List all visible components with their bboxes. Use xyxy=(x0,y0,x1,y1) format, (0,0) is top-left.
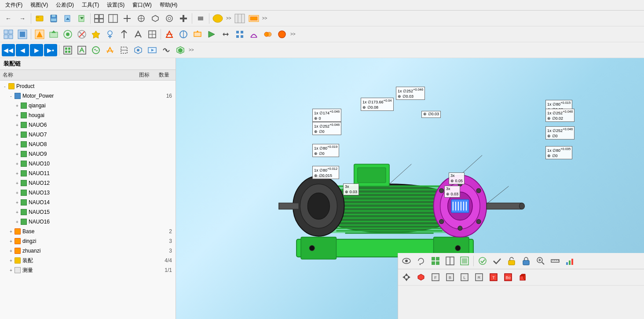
tb2-4[interactable] xyxy=(47,28,60,40)
play-prev[interactable]: ◀ xyxy=(16,44,29,56)
tree-item-zhuanzi[interactable]: + zhuanzi 3 xyxy=(0,246,176,256)
tree-item-nauo10[interactable]: + NAUO10 xyxy=(0,159,176,169)
tree-item-nauo12[interactable]: + NAUO12 xyxy=(0,178,176,188)
toggle-hougai[interactable]: + xyxy=(14,112,20,118)
menu-tolerance[interactable]: 公差(D) xyxy=(52,0,77,10)
tb2-right-8[interactable] xyxy=(261,28,274,40)
rb-bottom[interactable]: Bo xyxy=(501,271,515,283)
save-button[interactable] xyxy=(47,12,60,25)
tb3-3[interactable] xyxy=(89,44,102,56)
tb2-2[interactable] xyxy=(16,28,29,40)
tree-item-nauo11[interactable]: + NAUO11 xyxy=(0,169,176,178)
menu-tools[interactable]: 工具(T) xyxy=(78,0,102,10)
tree-item-zhuangpei[interactable]: + 装配 4/4 xyxy=(0,256,176,265)
view-btn-5[interactable] xyxy=(149,12,162,25)
import-button[interactable] xyxy=(61,12,74,25)
color-btn-yellow[interactable] xyxy=(211,12,224,25)
tb2-right-6[interactable] xyxy=(233,28,246,40)
rb-top[interactable]: T xyxy=(487,271,500,283)
rb-front[interactable]: F xyxy=(429,271,442,283)
rb-ruler[interactable] xyxy=(549,255,562,267)
rb-zoom[interactable] xyxy=(534,255,547,267)
tb3-7[interactable] xyxy=(146,44,159,56)
play-first[interactable]: ◀◀ xyxy=(2,44,15,56)
tree-item-nauo9[interactable]: + NAUO9 xyxy=(0,149,176,159)
tree-item-nauo15[interactable]: + NAUO15 xyxy=(0,207,176,217)
tree-item-measure[interactable]: + 测量 1/1 xyxy=(0,265,176,275)
view-btn-6[interactable] xyxy=(163,12,176,25)
tree-item-nauo7[interactable]: + NAUO7 xyxy=(0,130,176,139)
tb2-6[interactable] xyxy=(75,28,88,40)
redo-button[interactable]: → xyxy=(16,12,29,25)
tb2-11[interactable] xyxy=(146,28,159,40)
tree-item-base[interactable]: + Base 2 xyxy=(0,227,176,236)
tree-toggle-motor[interactable]: - xyxy=(8,93,14,99)
tb3-6[interactable] xyxy=(132,44,145,56)
tree-item-dingzi[interactable]: + dingzi 3 xyxy=(0,236,176,246)
view-mode-btn-1[interactable] xyxy=(233,12,246,25)
more-arrow-3[interactable]: >> xyxy=(289,32,296,37)
tb2-9[interactable] xyxy=(117,28,131,40)
rb-box[interactable] xyxy=(516,271,529,283)
open-button[interactable] xyxy=(33,12,46,25)
tb3-9[interactable] xyxy=(174,44,187,56)
more-arrow-4[interactable]: >> xyxy=(188,48,195,52)
tb2-3[interactable] xyxy=(33,28,46,40)
tree-toggle-product[interactable]: - xyxy=(2,83,8,89)
rb-split[interactable] xyxy=(443,255,457,267)
rb-left[interactable]: L xyxy=(458,271,471,283)
rb-back[interactable]: B xyxy=(443,271,457,283)
tb2-7[interactable] xyxy=(89,28,102,40)
tree-item-nauo14[interactable]: + NAUO14 xyxy=(0,198,176,207)
tree-item-product[interactable]: - Product xyxy=(0,81,176,91)
tb2-8[interactable] xyxy=(103,28,117,40)
tb2-5[interactable] xyxy=(61,28,74,40)
tree-item-nauo8[interactable]: + NAUO8 xyxy=(0,139,176,149)
tree-item-hougai[interactable]: + hougai xyxy=(0,110,176,120)
tree-item-qiangai[interactable]: + qiangai xyxy=(0,101,176,110)
rb-check[interactable] xyxy=(476,255,489,267)
tb2-right-4[interactable] xyxy=(205,28,218,40)
play-screen[interactable]: ▶▪ xyxy=(44,44,57,56)
view-btn-1[interactable] xyxy=(92,12,106,25)
tb2-10[interactable] xyxy=(132,28,145,40)
tb2-right-9[interactable] xyxy=(275,28,289,40)
tb3-5[interactable] xyxy=(117,44,131,56)
toggle-qiangai[interactable]: + xyxy=(14,103,20,109)
view-btn-3[interactable] xyxy=(121,12,134,25)
tb2-right-2[interactable] xyxy=(177,28,190,40)
tb2-right-7[interactable] xyxy=(247,28,260,40)
tb2-right-1[interactable] xyxy=(163,28,176,40)
tree-item-motor[interactable]: - Motor_Power 16 xyxy=(0,91,176,101)
play-start[interactable]: ▶ xyxy=(30,44,43,56)
tb3-8[interactable] xyxy=(160,44,173,56)
tb3-4[interactable] xyxy=(103,44,117,56)
rb-move[interactable] xyxy=(400,271,413,283)
more-arrow-1[interactable]: >> xyxy=(225,16,232,21)
menu-file[interactable]: 文件(F) xyxy=(2,0,26,10)
menu-view[interactable]: 视图(V) xyxy=(27,0,51,10)
rb-grid[interactable] xyxy=(429,255,442,267)
tb2-right-3[interactable] xyxy=(191,28,204,40)
export-button[interactable] xyxy=(75,12,88,25)
tb3-1[interactable] xyxy=(61,44,74,56)
tree-item-nauo6[interactable]: + NAUO6 xyxy=(0,120,176,130)
view-btn-2[interactable] xyxy=(106,12,120,25)
view-btn-7[interactable] xyxy=(177,12,190,25)
rb-chart[interactable] xyxy=(563,255,576,267)
rb-checkmark2[interactable] xyxy=(490,255,504,267)
tree-item-nauo13[interactable]: + NAUO13 xyxy=(0,188,176,198)
menu-help[interactable]: 帮助(H) xyxy=(156,0,181,10)
view-mode-btn-2[interactable] xyxy=(247,12,260,25)
tree-item-nauo16[interactable]: + NAUO16 xyxy=(0,217,176,227)
view-btn-4[interactable] xyxy=(135,12,148,25)
rb-unlock[interactable] xyxy=(505,255,518,267)
tb3-2[interactable] xyxy=(75,44,88,56)
rb-lock[interactable] xyxy=(520,255,533,267)
rb-iso[interactable] xyxy=(414,271,428,283)
menu-settings[interactable]: 设置(S) xyxy=(103,0,128,10)
rb-layer[interactable] xyxy=(458,255,471,267)
tb2-right-5[interactable] xyxy=(219,28,232,40)
rb-eye[interactable] xyxy=(400,255,413,267)
rb-right[interactable]: R xyxy=(472,271,486,283)
